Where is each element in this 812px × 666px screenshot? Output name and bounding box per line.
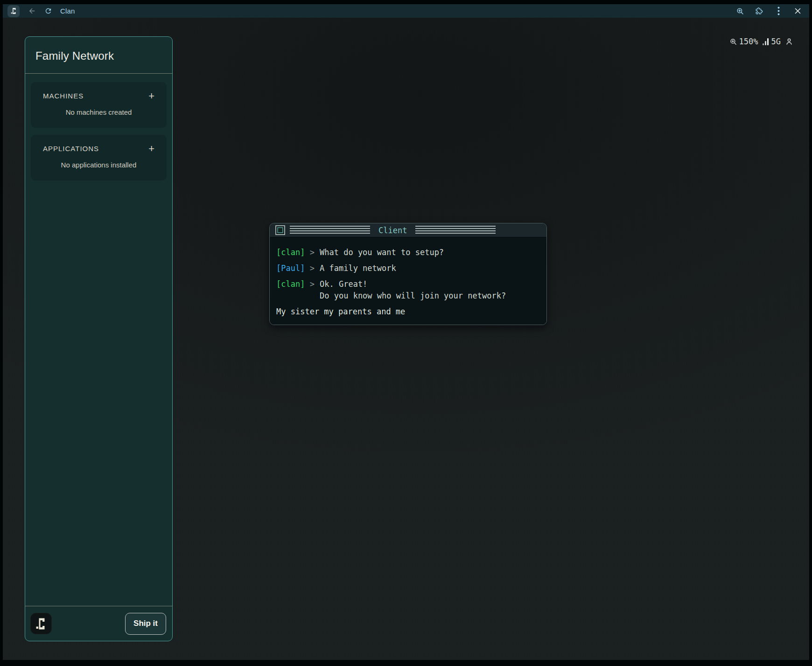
browser-topbar: Clan [3,4,809,18]
clan-logo-icon [35,617,47,630]
add-machine-button[interactable]: + [148,92,154,100]
terminal-message: [Paul] >A family network [276,263,540,274]
network-indicator: 5G [763,37,781,46]
clan-logo-icon [11,7,17,14]
close-window-icon[interactable] [793,7,802,15]
back-icon[interactable] [28,7,36,15]
message-text: What do you want to setup? [320,247,444,258]
message-text: Do you know who will join your network? [320,290,506,302]
desktop-area: 150% 5G Family Network MACHINES + [3,18,809,660]
client-window-title: Client [375,226,411,235]
window-close-box[interactable] [275,225,285,235]
panel-footer: Ship it [25,606,172,641]
add-application-button[interactable]: + [148,145,154,153]
zoom-indicator: 150% [729,37,758,46]
terminal-input-line[interactable]: My sister my parents and me [276,306,540,318]
page-zoom-icon[interactable] [736,7,744,15]
applications-label: APPLICATIONS [43,145,99,153]
family-network-panel: Family Network MACHINES + No machines cr… [25,36,173,641]
extensions-puzzle-icon[interactable] [755,7,763,15]
clan-app-icon[interactable] [7,5,20,17]
kebab-menu-icon[interactable] [774,7,783,15]
ship-it-button[interactable]: Ship it [125,613,166,635]
titlebar-stripes [290,226,370,235]
zoom-level-text: 150% [739,37,758,46]
signal-bars-icon [763,38,769,45]
speaker-tag: [clan] [276,279,305,289]
panel-header: Family Network [25,37,172,74]
status-hud: 150% 5G [729,37,793,46]
client-titlebar[interactable]: Client [270,223,546,237]
speaker-tag: [Paul] [276,264,305,273]
clan-logo [30,613,52,634]
machines-card: MACHINES + No machines created [31,82,167,128]
applications-card: APPLICATIONS + No applications installed [31,135,167,180]
titlebar-stripes [415,226,496,235]
applications-empty-text: No applications installed [43,161,154,169]
message-text: A family network [320,263,396,274]
app-window: Clan [3,4,809,660]
panel-title: Family Network [35,49,162,62]
client-messages: [clan] >What do you want to setup?[Paul]… [276,247,540,302]
reload-icon[interactable] [44,7,52,15]
speaker-tag: [clan] [276,248,305,257]
message-text: Ok. Great! [320,278,367,290]
machines-label: MACHINES [43,92,84,100]
network-text: 5G [771,37,781,46]
person-icon[interactable] [785,37,793,46]
terminal-message: [clan] >Ok. Great!Do you know who will j… [276,278,540,302]
terminal-message: [clan] >What do you want to setup? [276,247,540,258]
magnifier-plus-icon [729,38,737,46]
machines-empty-text: No machines created [43,108,154,116]
tab-title: Clan [60,7,75,15]
client-terminal: [clan] >What do you want to setup?[Paul]… [270,237,546,325]
client-window: Client [clan] >What do you want to setup… [269,223,547,325]
